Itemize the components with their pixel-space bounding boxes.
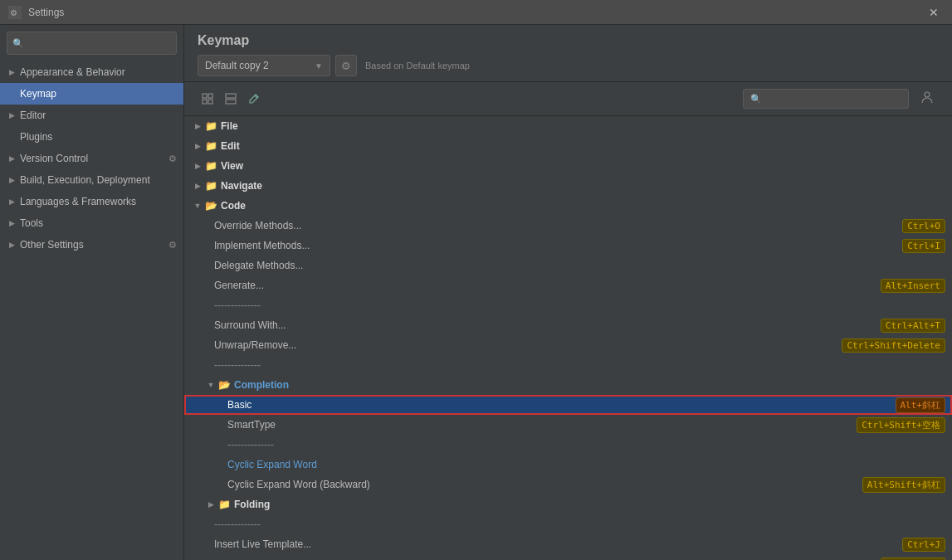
arrow-icon: ▶ xyxy=(7,240,17,250)
sidebar-item-label: Plugins xyxy=(20,131,52,143)
tree-row[interactable]: Insert Live Template... Ctrl+J xyxy=(184,534,952,554)
keymap-toolbar: Default copy 2 ▼ ⚙ Based on Default keym… xyxy=(198,55,939,76)
arrow-icon: ▶ xyxy=(7,218,17,228)
keymap-search-box[interactable]: 🔍 xyxy=(743,89,909,109)
sidebar-item-languages[interactable]: ▶ Languages & Frameworks xyxy=(0,191,183,212)
tree-node-label: Edit xyxy=(221,140,945,152)
tree-row[interactable]: ▶ 📁 Edit xyxy=(184,136,952,156)
folder-icon: 📁 xyxy=(204,139,217,153)
app-icon: ⚙ xyxy=(8,6,22,19)
tree-row[interactable]: ▶ 📁 View xyxy=(184,156,952,176)
search-icon: 🔍 xyxy=(12,38,24,49)
sidebar-item-build[interactable]: ▶ Build, Execution, Deployment xyxy=(0,169,183,191)
sidebar-item-keymap[interactable]: Keymap xyxy=(0,83,183,105)
arrow-right-icon: ▶ xyxy=(204,498,217,511)
svg-point-8 xyxy=(925,92,930,97)
sidebar-item-label: Appearance & Behavior xyxy=(20,66,125,78)
tree-row[interactable]: ▶ 📁 Navigate xyxy=(184,176,952,196)
tree-row[interactable]: SmartType Ctrl+Shift+空格 xyxy=(184,415,952,435)
shortcut-badge: Alt+Shift+斜杠 xyxy=(862,477,945,493)
tree-node-label: Delegate Methods... xyxy=(214,260,945,271)
tree-node-label: Basic xyxy=(227,399,892,411)
sidebar-item-tools[interactable]: ▶ Tools xyxy=(0,212,183,234)
tree-row[interactable]: ▶ 📁 File xyxy=(184,116,952,136)
sidebar-item-label: Editor xyxy=(20,110,46,121)
person-button[interactable] xyxy=(915,87,939,110)
folder-icon: 📁 xyxy=(204,179,217,192)
expand-all-icon xyxy=(202,93,213,105)
keymap-select[interactable]: Default copy 2 ▼ xyxy=(198,55,330,76)
sidebar-search-input[interactable] xyxy=(27,37,171,49)
arrow-icon: ▶ xyxy=(7,67,17,77)
tree-row[interactable]: Cyclic Expand Word xyxy=(184,455,952,475)
keymap-based-on-label: Based on Default keymap xyxy=(365,61,470,71)
person-icon xyxy=(920,90,935,105)
tree-row[interactable]: ▶ 📁 Folding xyxy=(184,494,952,514)
tree-node-label: Completion xyxy=(234,379,945,391)
tree-separator: -------------- xyxy=(227,439,274,450)
folder-icon: 📁 xyxy=(204,119,217,133)
nav-tree: ▶ Appearance & Behavior Keymap ▶ Editor … xyxy=(0,61,183,560)
tree-row[interactable]: Implement Methods... Ctrl+I xyxy=(184,236,952,256)
sidebar-search-box[interactable]: 🔍 xyxy=(7,32,177,55)
sidebar-item-label: Version Control xyxy=(20,153,88,164)
window-title: Settings xyxy=(28,7,64,18)
tree-separator: -------------- xyxy=(214,299,261,311)
collapse-all-button[interactable] xyxy=(221,90,241,107)
arrow-icon: ▶ xyxy=(7,175,17,185)
settings-icon: ⚙ xyxy=(168,240,177,251)
action-toolbar: 🔍 xyxy=(184,82,952,116)
sidebar-item-other-settings[interactable]: ▶ Other Settings ⚙ xyxy=(0,234,183,256)
tree-row[interactable]: Generate... Alt+Insert xyxy=(184,275,952,295)
tree-node-label: Cyclic Expand Word (Backward) xyxy=(227,479,859,490)
sidebar-item-label: Languages & Frameworks xyxy=(20,196,136,207)
sidebar-item-label: Other Settings xyxy=(20,239,84,251)
tree-row[interactable]: Surround With... Ctrl+Alt+T xyxy=(184,315,952,335)
folder-icon: 📁 xyxy=(217,498,231,511)
keymap-tree: ▶ 📁 File ▶ 📁 Edit ▶ 📁 View ▶ xyxy=(184,116,952,560)
shortcut-badge: Alt+斜杠 xyxy=(896,397,946,413)
arrow-icon: ▶ xyxy=(7,153,17,163)
shortcut-badge: Ctrl+O xyxy=(902,219,945,233)
arrow-down-icon: ▼ xyxy=(191,199,204,212)
sidebar-item-plugins[interactable]: Plugins xyxy=(0,126,183,148)
tree-node-label: Surround With... xyxy=(214,319,877,331)
settings-icon: ⚙ xyxy=(168,153,177,164)
tree-row[interactable]: Unwrap/Remove... Ctrl+Shift+Delete xyxy=(184,335,952,355)
arrow-right-icon: ▶ xyxy=(191,139,204,153)
sidebar-item-editor[interactable]: ▶ Editor xyxy=(0,105,183,126)
tree-row[interactable]: Override Methods... Ctrl+O xyxy=(184,216,952,236)
svg-rect-7 xyxy=(226,100,236,104)
keymap-search-input[interactable] xyxy=(765,93,901,105)
edit-shortcut-button[interactable] xyxy=(244,90,264,107)
tree-row[interactable]: ▼ 📂 Code xyxy=(184,196,952,216)
tree-row[interactable]: Cyclic Expand Word (Backward) Alt+Shift+… xyxy=(184,475,952,494)
sidebar-item-appearance-behavior[interactable]: ▶ Appearance & Behavior xyxy=(0,61,183,83)
svg-rect-3 xyxy=(208,94,212,98)
tree-node-label: View xyxy=(221,160,945,172)
svg-text:⚙: ⚙ xyxy=(10,8,17,17)
sidebar-item-version-control[interactable]: ▶ Version Control ⚙ xyxy=(0,148,183,169)
shortcut-badge: Ctrl+I xyxy=(902,239,945,253)
tree-row[interactable]: Delegate Methods... xyxy=(184,256,952,275)
expand-all-button[interactable] xyxy=(198,90,217,107)
shortcut-badge: Ctrl+J xyxy=(902,538,945,552)
content-area: Keymap Default copy 2 ▼ ⚙ Based on Defau… xyxy=(184,25,952,560)
tree-row[interactable]: ▼ 📂 Completion xyxy=(184,375,952,395)
arrow-icon: ▶ xyxy=(7,197,17,207)
content-header: Keymap Default copy 2 ▼ ⚙ Based on Defau… xyxy=(184,25,952,82)
edit-icon xyxy=(248,93,260,105)
shortcut-badge: Ctrl+Alt+J xyxy=(881,558,945,561)
tree-node-label: Insert Live Template... xyxy=(214,538,899,550)
tree-node-label: Code xyxy=(221,200,945,212)
tree-node-label: Override Methods... xyxy=(214,220,899,231)
sidebar-item-label: Build, Execution, Deployment xyxy=(20,174,150,186)
svg-rect-2 xyxy=(203,94,207,98)
collapse-all-icon xyxy=(225,93,237,105)
tree-row[interactable]: Surround with Live Template... Ctrl+Alt+… xyxy=(184,554,952,560)
tree-separator: -------------- xyxy=(214,359,261,371)
page-title: Keymap xyxy=(198,33,939,48)
tree-row[interactable]: Basic Alt+斜杠 xyxy=(184,395,952,415)
keymap-gear-button[interactable]: ⚙ xyxy=(335,55,357,76)
close-button[interactable]: ✕ xyxy=(924,4,944,21)
